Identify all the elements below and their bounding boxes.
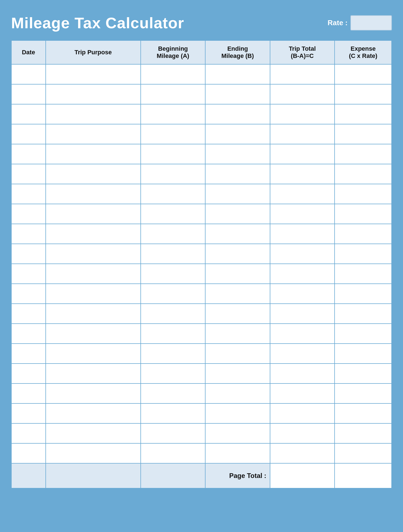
- row-13-col-3[interactable]: [205, 324, 270, 344]
- row-8-col-0[interactable]: [11, 224, 46, 244]
- row-17-col-3[interactable]: [205, 403, 270, 423]
- row-7-col-4[interactable]: [270, 204, 335, 224]
- row-11-col-3[interactable]: [205, 284, 270, 304]
- row-14-col-3[interactable]: [205, 344, 270, 364]
- row-18-col-5[interactable]: [335, 423, 392, 443]
- row-7-col-2[interactable]: [141, 204, 205, 224]
- row-15-col-0[interactable]: [11, 364, 46, 383]
- row-3-col-2[interactable]: [141, 124, 205, 144]
- row-0-col-2[interactable]: [141, 64, 205, 84]
- page-total-trip-value[interactable]: [270, 463, 335, 488]
- row-4-col-0[interactable]: [11, 144, 46, 164]
- row-2-col-5[interactable]: [335, 104, 392, 124]
- row-4-col-2[interactable]: [141, 144, 205, 164]
- row-2-col-0[interactable]: [11, 104, 46, 124]
- row-8-col-2[interactable]: [141, 224, 205, 244]
- row-8-col-3[interactable]: [205, 224, 270, 244]
- row-2-col-4[interactable]: [270, 104, 335, 124]
- row-8-col-4[interactable]: [270, 224, 335, 244]
- page-total-expense-value[interactable]: [335, 463, 392, 488]
- row-12-col-0[interactable]: [11, 304, 46, 324]
- row-19-col-0[interactable]: [11, 443, 46, 463]
- row-14-col-2[interactable]: [141, 344, 205, 364]
- row-12-col-5[interactable]: [335, 304, 392, 324]
- row-3-col-4[interactable]: [270, 124, 335, 144]
- row-6-col-0[interactable]: [11, 184, 46, 204]
- row-11-col-0[interactable]: [11, 284, 46, 304]
- row-7-col-3[interactable]: [205, 204, 270, 224]
- row-4-col-3[interactable]: [205, 144, 270, 164]
- row-15-col-3[interactable]: [205, 364, 270, 383]
- row-6-col-5[interactable]: [335, 184, 392, 204]
- row-1-col-0[interactable]: [11, 84, 46, 104]
- row-5-col-3[interactable]: [205, 164, 270, 184]
- row-8-col-1[interactable]: [46, 224, 141, 244]
- row-5-col-5[interactable]: [335, 164, 392, 184]
- rate-input-box[interactable]: [350, 15, 392, 30]
- row-1-col-3[interactable]: [205, 84, 270, 104]
- row-17-col-5[interactable]: [335, 403, 392, 423]
- row-9-col-4[interactable]: [270, 244, 335, 264]
- row-0-col-1[interactable]: [46, 64, 141, 84]
- row-7-col-1[interactable]: [46, 204, 141, 224]
- row-17-col-2[interactable]: [141, 403, 205, 423]
- row-1-col-5[interactable]: [335, 84, 392, 104]
- row-8-col-5[interactable]: [335, 224, 392, 244]
- row-17-col-0[interactable]: [11, 403, 46, 423]
- row-5-col-0[interactable]: [11, 164, 46, 184]
- row-6-col-3[interactable]: [205, 184, 270, 204]
- row-15-col-1[interactable]: [46, 364, 141, 383]
- row-12-col-2[interactable]: [141, 304, 205, 324]
- row-6-col-1[interactable]: [46, 184, 141, 204]
- row-0-col-0[interactable]: [11, 64, 46, 84]
- row-2-col-1[interactable]: [46, 104, 141, 124]
- row-15-col-4[interactable]: [270, 364, 335, 383]
- row-6-col-4[interactable]: [270, 184, 335, 204]
- row-19-col-4[interactable]: [270, 443, 335, 463]
- row-16-col-0[interactable]: [11, 383, 46, 403]
- row-13-col-4[interactable]: [270, 324, 335, 344]
- row-4-col-1[interactable]: [46, 144, 141, 164]
- row-16-col-3[interactable]: [205, 383, 270, 403]
- row-18-col-3[interactable]: [205, 423, 270, 443]
- row-18-col-4[interactable]: [270, 423, 335, 443]
- row-11-col-5[interactable]: [335, 284, 392, 304]
- row-5-col-4[interactable]: [270, 164, 335, 184]
- row-9-col-1[interactable]: [46, 244, 141, 264]
- row-19-col-3[interactable]: [205, 443, 270, 463]
- row-0-col-5[interactable]: [335, 64, 392, 84]
- row-14-col-0[interactable]: [11, 344, 46, 364]
- row-9-col-2[interactable]: [141, 244, 205, 264]
- row-14-col-5[interactable]: [335, 344, 392, 364]
- row-19-col-5[interactable]: [335, 443, 392, 463]
- row-17-col-4[interactable]: [270, 403, 335, 423]
- row-1-col-1[interactable]: [46, 84, 141, 104]
- row-2-col-2[interactable]: [141, 104, 205, 124]
- row-10-col-2[interactable]: [141, 264, 205, 284]
- row-10-col-5[interactable]: [335, 264, 392, 284]
- row-7-col-5[interactable]: [335, 204, 392, 224]
- row-3-col-5[interactable]: [335, 124, 392, 144]
- row-13-col-5[interactable]: [335, 324, 392, 344]
- row-17-col-1[interactable]: [46, 403, 141, 423]
- row-3-col-0[interactable]: [11, 124, 46, 144]
- row-18-col-2[interactable]: [141, 423, 205, 443]
- row-5-col-1[interactable]: [46, 164, 141, 184]
- row-2-col-3[interactable]: [205, 104, 270, 124]
- row-15-col-2[interactable]: [141, 364, 205, 383]
- row-7-col-0[interactable]: [11, 204, 46, 224]
- row-10-col-1[interactable]: [46, 264, 141, 284]
- row-16-col-5[interactable]: [335, 383, 392, 403]
- row-12-col-1[interactable]: [46, 304, 141, 324]
- row-16-col-2[interactable]: [141, 383, 205, 403]
- row-9-col-0[interactable]: [11, 244, 46, 264]
- row-11-col-1[interactable]: [46, 284, 141, 304]
- row-4-col-5[interactable]: [335, 144, 392, 164]
- row-12-col-3[interactable]: [205, 304, 270, 324]
- row-5-col-2[interactable]: [141, 164, 205, 184]
- row-6-col-2[interactable]: [141, 184, 205, 204]
- row-11-col-2[interactable]: [141, 284, 205, 304]
- row-11-col-4[interactable]: [270, 284, 335, 304]
- row-16-col-4[interactable]: [270, 383, 335, 403]
- row-3-col-1[interactable]: [46, 124, 141, 144]
